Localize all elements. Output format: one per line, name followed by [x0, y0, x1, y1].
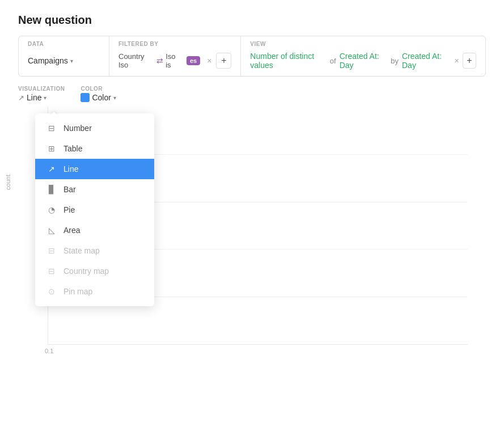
view-section: VIEW Number of distinct values of Create…: [241, 36, 485, 76]
menu-label-bar: Bar: [63, 185, 76, 194]
campaigns-chevron: ▾: [70, 58, 73, 64]
viz-chevron: ▾: [44, 95, 46, 101]
view-of-label: of: [330, 57, 336, 65]
data-section: DATA Campaigns ▾: [19, 36, 109, 76]
menu-item-line[interactable]: ↗Line: [35, 159, 154, 179]
color-chevron: ▾: [113, 95, 116, 101]
data-label: DATA: [28, 41, 44, 47]
campaigns-value: Campaigns: [28, 56, 68, 65]
y-axis-label: count: [5, 175, 11, 190]
menu-icon-state-map: ⊟: [46, 246, 57, 255]
menu-item-table[interactable]: ⊞Table: [35, 138, 154, 159]
menu-label-pin-map: Pin map: [63, 287, 92, 296]
filter-close-icon[interactable]: ×: [207, 56, 211, 65]
filter-tag: Country Iso ⇄ Iso is: [118, 52, 182, 69]
filter-arrow-icon: ⇄: [156, 56, 163, 65]
menu-item-country-map[interactable]: ⊟Country map: [35, 261, 154, 281]
menu-item-number[interactable]: ⊟Number: [35, 118, 154, 138]
view-field2[interactable]: Created At: Day: [402, 52, 450, 70]
view-content: Number of distinct values of Created At:…: [250, 52, 476, 70]
view-close-icon[interactable]: ×: [455, 56, 459, 65]
color-container: COLOR Color ▾: [81, 86, 116, 102]
filter-badge: es: [187, 56, 200, 65]
color-dropdown[interactable]: Color ▾: [81, 93, 116, 102]
menu-label-number: Number: [63, 124, 92, 133]
viz-bar: VISUALIZATION ↗ Line ▾ COLOR Color ▾: [18, 86, 486, 102]
visualization-dropdown[interactable]: ↗ Line ▾: [18, 93, 67, 102]
menu-icon-pie: ◔: [46, 205, 57, 214]
top-bar: DATA Campaigns ▾ FILTERED BY Country Iso…: [18, 36, 486, 77]
view-field1[interactable]: Created At: Day: [340, 52, 388, 70]
viz-current: Line: [27, 93, 41, 102]
page-title: New question: [0, 0, 504, 36]
color-swatch: [81, 93, 90, 102]
menu-item-bar[interactable]: ▊Bar: [35, 179, 154, 200]
menu-item-state-map[interactable]: ⊟State map: [35, 240, 154, 261]
menu-item-area[interactable]: ◺Area: [35, 220, 154, 240]
filter-section: FILTERED BY Country Iso ⇄ Iso is es × +: [109, 36, 241, 76]
view-label: VIEW: [250, 41, 266, 47]
color-current: Color: [92, 93, 111, 102]
menu-label-state-map: State map: [63, 246, 100, 255]
campaigns-dropdown[interactable]: Campaigns ▾: [28, 56, 73, 65]
menu-item-pin-map[interactable]: ⊙Pin map: [35, 281, 154, 302]
line-trend-icon: ↗: [18, 94, 24, 102]
menu-icon-country-map: ⊟: [46, 267, 57, 276]
menu-icon-pin-map: ⊙: [46, 287, 57, 296]
viz-container: VISUALIZATION ↗ Line ▾: [18, 86, 67, 102]
filter-add-button[interactable]: +: [216, 53, 231, 69]
menu-label-area: Area: [63, 226, 81, 235]
x-axis-value: 0.1: [45, 348, 53, 354]
color-label: COLOR: [81, 86, 113, 92]
view-metric[interactable]: Number of distinct values: [250, 52, 327, 70]
menu-item-pie[interactable]: ◔Pie: [35, 200, 154, 220]
visualization-menu: ⊟Number⊞Table↗Line▊Bar◔Pie◺Area⊟State ma…: [35, 113, 154, 306]
dropdown-caret: [49, 112, 58, 116]
page-container: New question DATA Campaigns ▾ FILTERED B…: [0, 0, 504, 427]
filter-label: FILTERED BY: [118, 41, 158, 47]
menu-icon-table: ⊞: [46, 144, 57, 153]
menu-label-pie: Pie: [63, 205, 75, 214]
view-add-button[interactable]: +: [463, 53, 476, 69]
menu-label-country-map: Country map: [63, 267, 109, 276]
menu-icon-line: ↗: [46, 164, 57, 174]
menu-icon-area: ◺: [46, 226, 57, 235]
view-by-label: by: [391, 57, 399, 65]
menu-icon-number: ⊟: [46, 124, 57, 133]
menu-label-line: Line: [63, 164, 78, 174]
menu-label-table: Table: [63, 144, 82, 153]
filter-value: Iso is: [166, 52, 182, 69]
filter-text: Country Iso: [118, 52, 154, 69]
viz-label: VISUALIZATION: [18, 86, 65, 92]
menu-icon-bar: ▊: [46, 185, 57, 194]
